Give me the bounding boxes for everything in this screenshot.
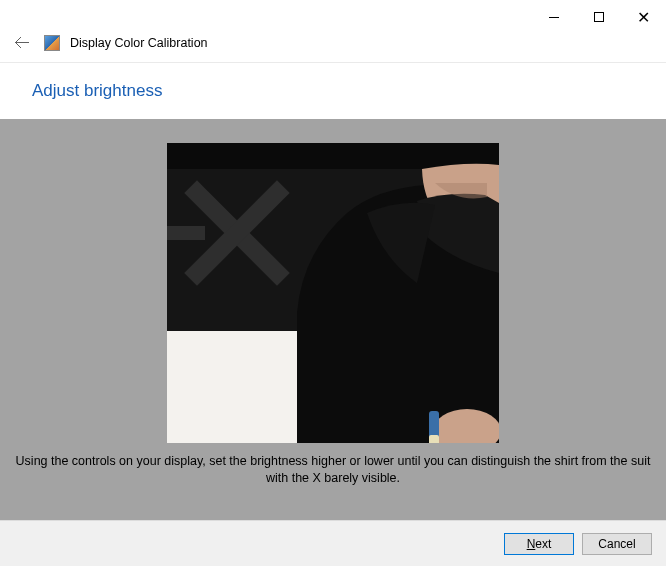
close-button[interactable]: ✕: [621, 4, 666, 30]
maximize-button[interactable]: [576, 4, 621, 30]
svg-rect-1: [167, 143, 499, 169]
minimize-button[interactable]: [531, 4, 576, 30]
window-title: Display Color Calibration: [70, 36, 208, 50]
cancel-button[interactable]: Cancel: [582, 533, 652, 555]
footer-bar: Next Cancel: [0, 520, 666, 566]
next-button[interactable]: Next: [504, 533, 574, 555]
svg-rect-8: [429, 435, 439, 443]
header-bar: 🡠 Display Color Calibration: [0, 30, 666, 63]
content-area: Using the controls on your display, set …: [0, 119, 666, 520]
svg-rect-2: [167, 331, 297, 443]
instruction-text: Using the controls on your display, set …: [0, 443, 666, 499]
window-titlebar: ✕: [0, 0, 666, 30]
heading-area: Adjust brightness: [0, 63, 666, 119]
page-title: Adjust brightness: [32, 81, 666, 101]
app-icon: [44, 35, 60, 51]
brightness-sample-image: [167, 143, 499, 443]
back-arrow-icon[interactable]: 🡠: [10, 34, 34, 52]
